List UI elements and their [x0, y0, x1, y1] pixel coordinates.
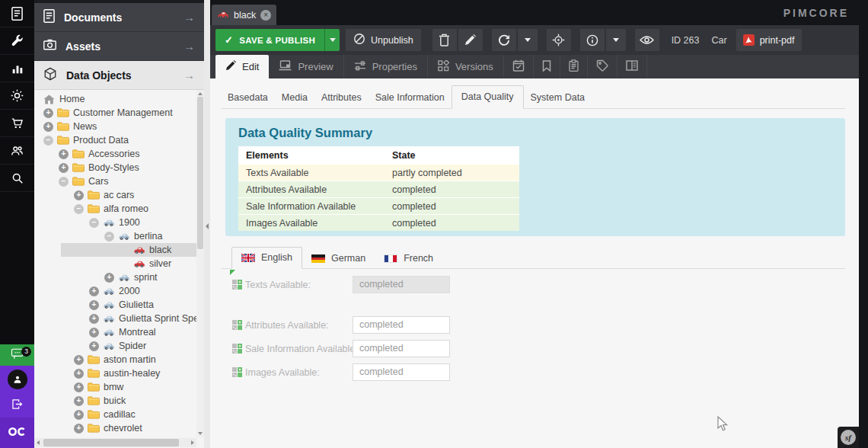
tree-expander-icon[interactable]: +	[89, 341, 99, 351]
tree-item[interactable]: + bmw	[34, 380, 196, 394]
tree-vertical-scrollbar[interactable]	[196, 90, 204, 437]
customers-icon[interactable]	[0, 137, 34, 165]
tree-item[interactable]: + 2000	[34, 284, 196, 298]
language-tab-english[interactable]: English	[231, 247, 302, 269]
panel-splitter[interactable]	[204, 0, 210, 448]
print-pdf-button[interactable]: print-pdf	[736, 29, 802, 51]
unpublish-button[interactable]: Unpublish	[346, 29, 421, 51]
tree-expander-icon[interactable]: +	[59, 149, 69, 159]
tree-expander-icon[interactable]: −	[43, 136, 53, 146]
tree-expander-icon[interactable]: +	[89, 300, 99, 310]
reports-icon[interactable]	[0, 55, 34, 82]
tab-edit[interactable]: Edit	[215, 55, 269, 78]
reload-options-button[interactable]	[518, 29, 538, 51]
tree-item[interactable]: + cadillac	[34, 408, 196, 421]
open-preview-button[interactable]	[635, 29, 659, 51]
accordion-data-objects[interactable]: Data Objects →	[34, 61, 204, 90]
tab-schedule[interactable]	[504, 55, 534, 78]
subtab-system-data[interactable]: System Data	[524, 87, 592, 109]
tree-expander-icon[interactable]: +	[43, 108, 53, 118]
subtab-data-quality[interactable]: Data Quality	[452, 85, 524, 109]
search-icon[interactable]	[0, 165, 34, 192]
tree-expander-icon[interactable]: +	[74, 190, 84, 200]
tree-item[interactable]: + austin-healey	[34, 366, 196, 380]
accordion-assets[interactable]: Assets →	[34, 32, 204, 61]
tree-expander-icon[interactable]: −	[104, 232, 114, 242]
tools-icon[interactable]	[0, 27, 34, 55]
close-tab-icon[interactable]: ×	[260, 10, 271, 21]
tree-expander-icon[interactable]: +	[74, 437, 84, 438]
notifications-chat-button[interactable]: 3	[0, 344, 34, 366]
tree-item[interactable]: + Spider	[34, 339, 196, 353]
scroll-up-icon[interactable]	[198, 92, 203, 95]
tree-expander-icon[interactable]: −	[74, 204, 84, 214]
tree-item[interactable]: black	[34, 243, 196, 257]
tab-bookmark[interactable]	[534, 55, 560, 78]
tree-item[interactable]: − berlina	[34, 229, 196, 243]
subtab-basedata[interactable]: Basedata	[221, 87, 275, 109]
tree-expander-icon[interactable]: +	[89, 314, 99, 324]
subtab-attributes[interactable]: Attributes	[314, 87, 369, 109]
tree-item[interactable]: − Cars	[34, 174, 196, 188]
tree-expander-icon[interactable]: +	[74, 410, 84, 420]
tab-versions[interactable]: Versions	[428, 55, 504, 78]
tree-expander-icon[interactable]: +	[104, 273, 114, 283]
scroll-down-icon[interactable]	[198, 432, 203, 435]
rename-button[interactable]	[458, 29, 483, 51]
tree-item[interactable]: + Gulietta Sprint Specia	[34, 312, 196, 325]
collapse-panel-icon[interactable]	[206, 223, 209, 229]
tab-tags[interactable]	[588, 55, 617, 78]
subtab-sale-information[interactable]: Sale Information	[369, 87, 452, 109]
tree-expander-icon[interactable]: +	[74, 382, 84, 392]
tree-expander-icon[interactable]: +	[59, 163, 69, 173]
scroll-left-icon[interactable]	[37, 440, 40, 445]
tree-expander-icon[interactable]: +	[89, 328, 99, 338]
save-and-publish-button[interactable]: ✓SAVE & PUBLISH	[215, 29, 340, 51]
tree-item[interactable]: + Giulietta	[34, 298, 196, 312]
tab-properties[interactable]: Properties	[344, 55, 428, 78]
save-options-caret[interactable]	[324, 29, 340, 51]
tree-expander-icon[interactable]: +	[89, 286, 99, 296]
tab-preview[interactable]: Preview	[269, 55, 343, 78]
symfony-debug-toolbar-button[interactable]: sf	[838, 427, 859, 448]
language-tab-french[interactable]: French	[375, 248, 442, 269]
field-input[interactable]: completed	[353, 316, 450, 334]
tree-item[interactable]: − alfa romeo	[34, 202, 196, 216]
subtab-media[interactable]: Media	[275, 87, 314, 109]
pimcore-logo-button[interactable]	[0, 418, 34, 448]
tree-item[interactable]: + sprint	[34, 270, 196, 284]
locate-in-tree-button[interactable]	[547, 29, 571, 51]
tree-expander-icon[interactable]: −	[89, 218, 99, 228]
tree-item[interactable]: − 1900	[34, 216, 196, 229]
tree-horizontal-scrollbar[interactable]	[34, 438, 196, 447]
tree-expander-icon[interactable]: +	[74, 369, 84, 379]
scrollbar-thumb[interactable]	[43, 439, 179, 446]
field-input[interactable]: completed	[353, 340, 450, 357]
open-object-tab[interactable]: black ×	[212, 5, 276, 25]
info-options-button[interactable]	[606, 29, 626, 51]
tree-item[interactable]: + ac cars	[34, 188, 196, 202]
tab-notes[interactable]	[560, 55, 588, 78]
tree-item[interactable]: + buick	[34, 394, 196, 408]
tree-item[interactable]: + News	[34, 120, 196, 133]
tree-expander-icon[interactable]: +	[74, 355, 84, 365]
ecommerce-icon[interactable]	[0, 110, 34, 137]
reload-button[interactable]	[492, 29, 516, 51]
tree-item[interactable]: − Product Data	[34, 133, 196, 147]
tree-item[interactable]: + Accessories	[34, 147, 196, 161]
field-input[interactable]: completed	[353, 363, 450, 381]
tree-expander-icon[interactable]: +	[74, 424, 84, 434]
tree-expander-icon[interactable]: −	[59, 177, 69, 187]
tree-expander-icon[interactable]: +	[43, 122, 53, 132]
scrollbar-thumb[interactable]	[197, 97, 203, 249]
scroll-right-icon[interactable]	[191, 440, 194, 445]
tree-item[interactable]: + Montreal	[34, 325, 196, 339]
tree-item[interactable]: silver	[34, 257, 196, 270]
accordion-documents[interactable]: Documents →	[34, 3, 204, 32]
user-profile-button[interactable]	[0, 366, 34, 393]
tree-item[interactable]: + Body-Styles	[34, 161, 196, 174]
settings-icon[interactable]	[0, 82, 34, 110]
logout-button[interactable]	[0, 393, 34, 418]
tab-dependencies[interactable]	[617, 55, 647, 78]
tree-item[interactable]: Home	[34, 92, 196, 106]
